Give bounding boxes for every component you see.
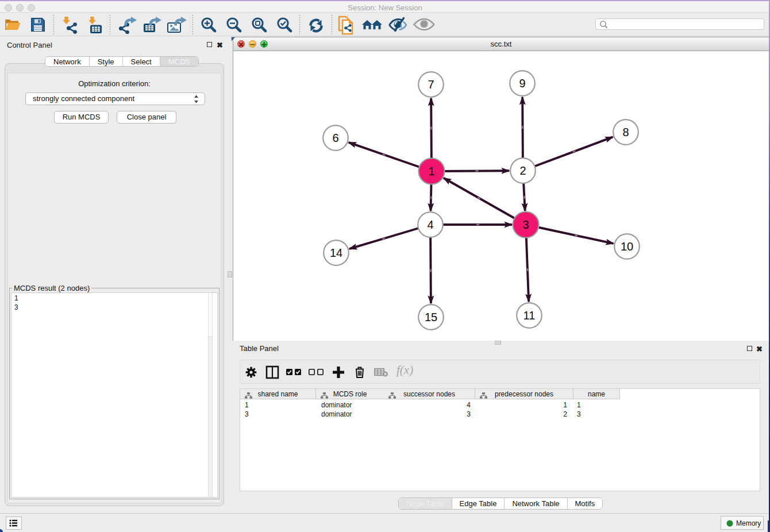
svg-text:1: 1 (428, 165, 434, 178)
svg-text:6: 6 (332, 132, 338, 144)
svg-text:4: 4 (427, 218, 433, 231)
svg-text:14: 14 (330, 246, 342, 259)
svg-text:15: 15 (425, 311, 437, 323)
svg-text:7: 7 (428, 78, 434, 91)
svg-text:9: 9 (519, 77, 525, 90)
svg-text:8: 8 (622, 126, 629, 138)
svg-text:2: 2 (519, 164, 526, 177)
svg-text:10: 10 (621, 240, 633, 253)
svg-text:11: 11 (523, 309, 536, 322)
svg-text:3: 3 (522, 218, 529, 231)
